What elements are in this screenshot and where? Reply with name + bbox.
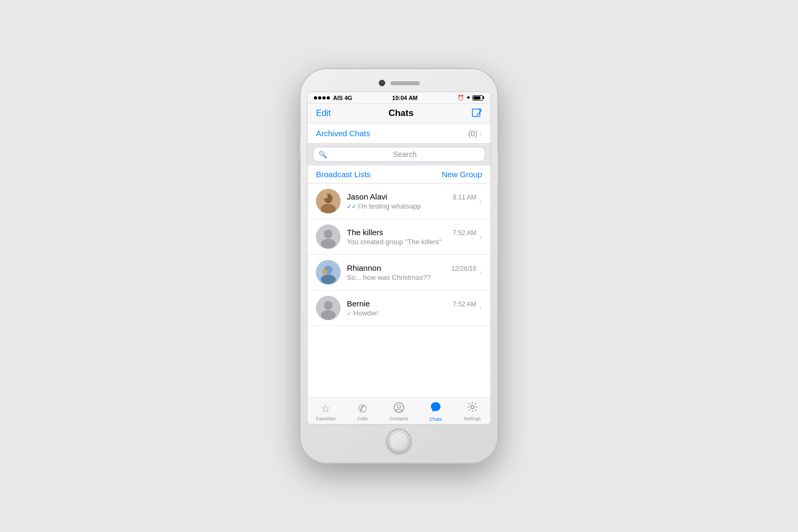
- chat-name-killers: The killers: [347, 228, 383, 237]
- home-button-area: [307, 425, 491, 456]
- chat-item-jason[interactable]: Jason Alavi 8:11 AM ✓✓ I'm testing whats…: [307, 184, 491, 219]
- tab-chats[interactable]: Chats: [417, 401, 454, 422]
- svg-point-4: [323, 194, 328, 198]
- avatar-jason: [316, 189, 340, 213]
- carrier-text: AIS 4G: [333, 95, 352, 101]
- svg-point-13: [324, 301, 332, 310]
- edit-button[interactable]: Edit: [316, 109, 331, 118]
- archived-chats-row[interactable]: Archived Chats (0) ›: [307, 123, 491, 144]
- chat-time-killers: 7:52 AM: [453, 229, 476, 237]
- avatar-bernie: [316, 296, 340, 320]
- battery-icon: [472, 95, 484, 101]
- chat-content-killers: The killers 7:52 AM You created group "T…: [347, 228, 476, 246]
- nav-bar: Edit Chats: [307, 104, 491, 123]
- new-group-button[interactable]: New Group: [442, 170, 482, 179]
- contacts-label: Contacts: [389, 416, 409, 421]
- favorites-label: Favorites: [316, 416, 336, 421]
- svg-point-10: [321, 275, 336, 284]
- tab-bar: ☆ Favorites ✆ Calls Contacts: [307, 397, 491, 424]
- tab-settings[interactable]: Settings: [454, 402, 491, 421]
- search-container: 🔍 Search: [307, 144, 491, 165]
- chevron-bernie: ›: [479, 304, 482, 312]
- chat-time-bernie: 7:52 AM: [453, 301, 476, 308]
- chevron-rhiannon: ›: [479, 268, 482, 277]
- signal-dot-4: [327, 96, 330, 99]
- signal-strength: [314, 96, 330, 99]
- avatar-rhiannon: [316, 260, 340, 285]
- chat-preview-rhiannon: So... how was Christmas??: [347, 273, 476, 281]
- chat-item-bernie[interactable]: Bernie 7:52 AM ✓ Howdie! ›: [307, 290, 491, 326]
- tab-calls[interactable]: ✆ Calls: [344, 402, 381, 421]
- home-button[interactable]: [387, 429, 411, 453]
- contacts-icon: [394, 402, 404, 415]
- archived-chevron: ›: [479, 129, 482, 138]
- signal-dot-1: [314, 96, 317, 99]
- broadcast-row: Broadcast Lists New Group: [307, 165, 491, 184]
- settings-icon: [467, 402, 478, 415]
- calls-icon: ✆: [358, 402, 367, 415]
- chat-header-rhiannon: Rhiannon 12/26/16: [347, 263, 476, 272]
- tab-favorites[interactable]: ☆ Favorites: [307, 402, 344, 421]
- avatar-killers: [316, 225, 340, 249]
- svg-point-16: [397, 405, 401, 408]
- svg-point-6: [324, 230, 332, 238]
- chat-content-rhiannon: Rhiannon 12/26/16 So... how was Christma…: [347, 263, 476, 281]
- bluetooth-icon: ✦: [466, 95, 470, 101]
- svg-point-14: [321, 310, 336, 320]
- chat-content-bernie: Bernie 7:52 AM ✓ Howdie!: [347, 299, 476, 317]
- tab-contacts[interactable]: Contacts: [381, 402, 418, 421]
- search-placeholder: Search: [330, 150, 479, 159]
- archived-chats-label: Archived Chats: [316, 129, 370, 138]
- signal-dot-3: [322, 96, 326, 99]
- archived-count: (0): [468, 129, 477, 138]
- chat-time-jason: 8:11 AM: [453, 194, 476, 201]
- chat-item-killers[interactable]: The killers 7:52 AM You created group "T…: [307, 219, 491, 255]
- archived-chats-right: (0) ›: [468, 129, 482, 138]
- chevron-killers: ›: [479, 232, 482, 241]
- alarm-icon: ⏰: [458, 95, 464, 101]
- svg-point-17: [471, 405, 474, 409]
- phone-top: [307, 76, 491, 92]
- settings-label: Settings: [463, 416, 481, 421]
- search-bar[interactable]: 🔍 Search: [313, 147, 485, 162]
- home-button-inner: [389, 431, 409, 451]
- chevron-jason: ›: [479, 197, 482, 205]
- chat-time-rhiannon: 12/26/16: [452, 265, 477, 272]
- chat-preview-jason: ✓✓ I'm testing whatsapp: [347, 202, 476, 210]
- earpiece-speaker: [390, 81, 420, 85]
- favorites-icon: ☆: [321, 402, 330, 415]
- status-bar: AIS 4G 10:04 AM ⏰ ✦: [307, 92, 491, 104]
- svg-rect-0: [472, 109, 480, 117]
- chats-icon: [430, 401, 442, 415]
- front-camera: [379, 80, 385, 86]
- chat-list: Jason Alavi 8:11 AM ✓✓ I'm testing whats…: [307, 184, 491, 397]
- chat-preview-killers: You created group "The killers": [347, 238, 476, 246]
- phone-screen: AIS 4G 10:04 AM ⏰ ✦ Edit Chats: [307, 92, 491, 425]
- chat-content-jason: Jason Alavi 8:11 AM ✓✓ I'm testing whats…: [347, 192, 476, 210]
- search-icon: 🔍: [319, 151, 327, 159]
- calls-label: Calls: [357, 416, 368, 421]
- compose-button[interactable]: [471, 108, 482, 119]
- chat-preview-bernie: ✓ Howdie!: [347, 309, 476, 317]
- chat-name-bernie: Bernie: [347, 299, 370, 308]
- broadcast-lists-button[interactable]: Broadcast Lists: [316, 170, 371, 179]
- status-left: AIS 4G: [314, 95, 352, 101]
- camera-area: [379, 80, 420, 86]
- chat-header-killers: The killers 7:52 AM: [347, 228, 476, 237]
- svg-point-7: [321, 239, 336, 248]
- check-mark-jason: ✓✓: [347, 203, 358, 210]
- chats-label: Chats: [429, 417, 442, 422]
- check-mark-bernie: ✓: [347, 310, 353, 317]
- phone-device: AIS 4G 10:04 AM ⏰ ✦ Edit Chats: [301, 69, 497, 463]
- chat-header-bernie: Bernie 7:52 AM: [347, 299, 476, 308]
- chat-header-jason: Jason Alavi 8:11 AM: [347, 192, 476, 201]
- status-time: 10:04 AM: [392, 95, 418, 101]
- signal-dot-2: [318, 96, 321, 99]
- svg-point-11: [322, 269, 327, 275]
- chat-name-rhiannon: Rhiannon: [347, 263, 381, 272]
- chat-name-jason: Jason Alavi: [347, 192, 387, 201]
- status-right: ⏰ ✦: [458, 95, 484, 101]
- nav-title: Chats: [388, 108, 413, 119]
- chat-item-rhiannon[interactable]: Rhiannon 12/26/16 So... how was Christma…: [307, 255, 491, 290]
